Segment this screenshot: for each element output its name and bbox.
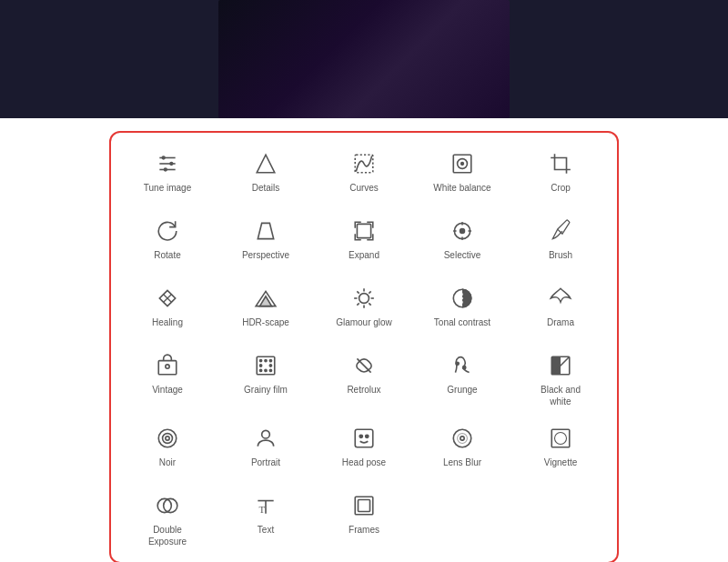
tool-retrolux[interactable]: Retrolux <box>315 344 413 413</box>
tool-noir[interactable]: Noir <box>118 416 217 480</box>
tool-vintage[interactable]: Vintage <box>118 344 217 413</box>
expand-label: Expand <box>349 249 379 261</box>
tool-perspective[interactable]: Perspective <box>217 209 315 273</box>
drama-icon <box>546 284 575 313</box>
tool-lens-blur[interactable]: Lens Blur <box>413 416 511 480</box>
tool-frames[interactable]: Frames <box>315 484 413 553</box>
tool-black-and-white[interactable]: Black and white <box>511 344 610 413</box>
grunge-label: Grunge <box>447 384 477 396</box>
hdr-scape-icon <box>251 284 280 313</box>
svg-point-52 <box>166 437 169 440</box>
details-label: Details <box>252 182 280 194</box>
lens-blur-icon <box>448 424 477 453</box>
vignette-icon <box>546 424 575 453</box>
tool-portrait[interactable]: Portrait <box>217 416 315 480</box>
svg-point-14 <box>460 228 466 235</box>
details-icon <box>251 149 280 178</box>
black-and-white-label: Black and white <box>529 384 592 407</box>
tool-rotate[interactable]: Rotate <box>118 209 217 273</box>
double-exposure-label: Double Exposure <box>136 524 199 547</box>
svg-point-3 <box>162 156 166 159</box>
portrait-label: Portrait <box>251 457 280 468</box>
black-and-white-icon <box>546 351 575 380</box>
tool-hdr-scape[interactable]: HDR-scape <box>217 276 315 340</box>
tool-curves[interactable]: Curves <box>315 142 413 206</box>
svg-point-48 <box>463 366 466 369</box>
svg-line-29 <box>369 303 370 305</box>
tool-double-exposure[interactable]: Double Exposure <box>118 484 217 553</box>
rotate-icon <box>153 216 182 246</box>
retrolux-label: Retrolux <box>347 384 380 396</box>
tool-white-balance[interactable]: White balance <box>413 142 511 206</box>
svg-marker-11 <box>258 223 273 238</box>
crop-icon <box>546 149 575 178</box>
svg-point-43 <box>269 365 271 366</box>
vintage-icon <box>153 351 182 380</box>
tool-glamour-glow[interactable]: Glamour glow <box>315 276 413 340</box>
tool-grunge[interactable]: Grunge <box>413 344 511 413</box>
svg-rect-68 <box>359 500 370 512</box>
svg-point-39 <box>260 360 262 362</box>
expand-icon <box>349 216 379 246</box>
grunge-icon <box>448 351 477 380</box>
perspective-icon <box>251 216 280 246</box>
tool-healing[interactable]: Healing <box>118 276 217 340</box>
text-label: Text <box>258 524 274 536</box>
drama-label: Drama <box>547 316 574 328</box>
crop-label: Crop <box>551 182 571 194</box>
frames-icon <box>349 491 379 520</box>
image-preview <box>0 0 728 118</box>
tool-brush[interactable]: Brush <box>511 209 610 273</box>
svg-text:T: T <box>258 504 265 515</box>
tool-selective[interactable]: Selective <box>413 209 511 273</box>
selective-label: Selective <box>444 249 481 261</box>
svg-point-57 <box>453 429 471 447</box>
svg-point-45 <box>265 369 267 371</box>
tool-drama[interactable]: Drama <box>511 276 610 340</box>
lens-blur-label: Lens Blur <box>443 457 481 468</box>
tune-image-label: Tune image <box>144 182 191 194</box>
glamour-glow-icon <box>349 284 379 313</box>
double-exposure-icon <box>153 491 182 520</box>
tool-head-pose[interactable]: Head pose <box>315 416 413 480</box>
tonal-contrast-icon <box>448 284 477 313</box>
svg-rect-61 <box>555 433 567 445</box>
retrolux-icon <box>349 351 379 380</box>
tool-expand[interactable]: Expand <box>315 209 413 273</box>
selective-icon <box>448 216 477 246</box>
curves-icon <box>349 149 379 178</box>
tool-crop[interactable]: Crop <box>511 142 610 206</box>
svg-point-4 <box>169 162 173 166</box>
svg-line-30 <box>369 291 370 293</box>
portrait-icon <box>251 424 280 453</box>
svg-line-28 <box>357 291 359 293</box>
svg-point-44 <box>260 369 262 371</box>
tool-details[interactable]: Details <box>217 142 315 206</box>
tool-text[interactable]: T Text <box>217 484 315 553</box>
svg-point-41 <box>269 360 271 362</box>
perspective-label: Perspective <box>242 249 289 261</box>
white-balance-label: White balance <box>433 182 490 194</box>
tool-tune-image[interactable]: Tune image <box>118 142 217 206</box>
curves-label: Curves <box>349 182 379 194</box>
hdr-scape-label: HDR-scape <box>242 316 289 328</box>
tool-grainy-film[interactable]: Grainy film <box>217 344 315 413</box>
svg-point-55 <box>359 435 362 437</box>
noir-label: Noir <box>159 457 176 468</box>
preview-photo <box>218 0 510 118</box>
tools-panel: Tune image Details Curves White balance <box>109 131 619 562</box>
svg-point-50 <box>158 429 177 447</box>
tool-vignette[interactable]: Vignette <box>511 416 610 480</box>
frames-label: Frames <box>349 524 379 536</box>
svg-point-47 <box>456 362 459 365</box>
glamour-glow-label: Glamour glow <box>336 316 392 328</box>
svg-marker-6 <box>257 155 275 173</box>
text-icon: T <box>251 491 280 520</box>
tools-grid: Tune image Details Curves White balance <box>118 142 610 553</box>
white-balance-icon <box>448 149 477 178</box>
svg-point-23 <box>359 294 369 304</box>
tonal-contrast-label: Tonal contrast <box>434 316 490 328</box>
head-pose-label: Head pose <box>342 457 386 468</box>
svg-point-37 <box>166 365 169 368</box>
tool-tonal-contrast[interactable]: Tonal contrast <box>413 276 511 340</box>
